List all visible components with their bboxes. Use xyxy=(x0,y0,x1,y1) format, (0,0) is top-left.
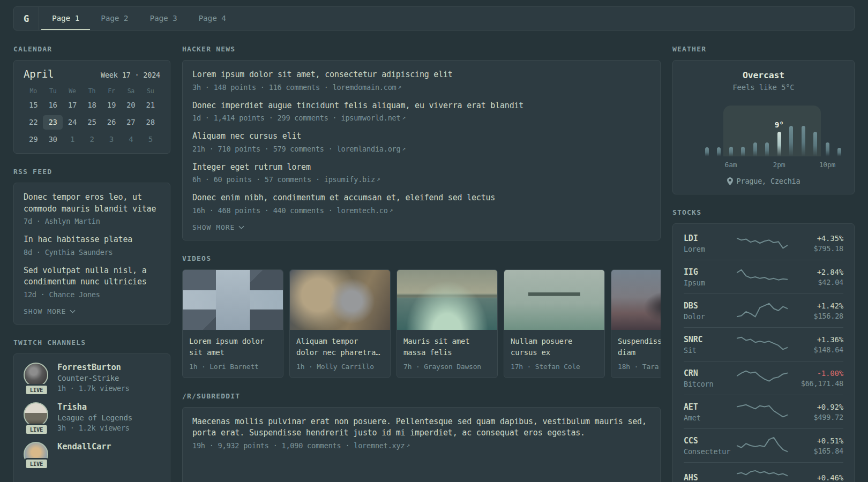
video-thumbnail[interactable] xyxy=(397,270,497,330)
hn-item-meta-text: 1d · 1,414 points · 299 comments · xyxy=(192,114,341,122)
hackernews-show-more-button[interactable]: SHOW MORE xyxy=(192,223,650,231)
weather-bar xyxy=(741,147,745,156)
left-column: CALENDAR April Week 17 · 2024 MoTuWeThFr… xyxy=(13,45,170,482)
video-thumbnail[interactable] xyxy=(290,270,390,330)
stock-row[interactable]: LDI Lorem +4.35% $795.18 xyxy=(684,227,843,260)
nav-tabs: Page 1 Page 2 Page 3 Page 4 xyxy=(39,7,237,30)
rss-section-title: RSS FEED xyxy=(13,168,170,176)
video-thumbnail[interactable] xyxy=(504,270,604,330)
hackernews-widget: HACKER NEWS Lorem ipsum dolor sit amet, … xyxy=(182,45,661,240)
twitch-channel-name[interactable]: KendallCarr xyxy=(57,442,111,451)
stock-identity: CRN Bitcorn xyxy=(684,368,737,388)
subreddit-section-title: /R/SUBREDDIT xyxy=(182,392,661,400)
twitch-avatar-wrap[interactable]: LIVE xyxy=(24,363,49,393)
video-body: Aliquam tempor dolor nec pharetra… 1h · … xyxy=(290,330,390,378)
hn-item-title[interactable]: Donec enim nibh, condimentum et accumsan… xyxy=(192,192,650,204)
video-meta: 17h · Stefan Cole xyxy=(511,363,598,371)
rss-show-more-button[interactable]: SHOW MORE xyxy=(24,307,160,315)
stock-row[interactable]: CCS Consectetur +0.51% $165.84 xyxy=(684,428,843,462)
rss-item-title[interactable]: Sed volutpat nulla nisl, a condimentum n… xyxy=(24,265,160,288)
stock-name: Dolor xyxy=(684,312,737,321)
video-title[interactable]: Aliquam tempor dolor nec pharetra… xyxy=(296,336,384,358)
stocks-card: LDI Lorem +4.35% $795.18 IIG Ipsum xyxy=(672,223,855,482)
video-card[interactable]: Mauris sit amet massa felis 7h · Grayson… xyxy=(396,269,498,378)
nav-tab[interactable]: Page 4 xyxy=(188,7,237,30)
hn-item-domain-link[interactable]: ipsumworld.net xyxy=(341,114,400,122)
stock-row[interactable]: AHS +0.46% xyxy=(684,462,843,482)
twitch-channel-row[interactable]: LIVE ForrestBurton Counter-Strike 1h · 1… xyxy=(24,363,160,393)
stock-row[interactable]: DBS Dolor +1.42% $156.28 xyxy=(684,293,843,327)
stock-row[interactable]: SNRC Sit +1.36% $148.64 xyxy=(684,327,843,361)
twitch-channel-game[interactable]: League of Legends xyxy=(57,413,132,422)
calendar-day: 16 xyxy=(43,98,62,112)
stock-ticker: SNRC xyxy=(684,335,737,344)
hn-item: Donec enim nibh, condimentum et accumsan… xyxy=(192,192,650,215)
video-title[interactable]: Suspendisse potenti diam xyxy=(618,336,661,358)
calendar-day: 30 xyxy=(43,132,62,147)
twitch-avatar-wrap[interactable]: LIVE xyxy=(24,442,49,466)
stock-row[interactable]: AET Amet +0.92% $499.72 xyxy=(684,395,843,428)
subreddit-item-domain-link[interactable]: loremnet.xyz xyxy=(354,441,405,450)
weather-widget: WEATHER Overcast Feels like 5°C xyxy=(672,45,855,194)
calendar-day: 1 xyxy=(63,132,82,147)
hn-item-title[interactable]: Aliquam nec cursus elit xyxy=(192,131,650,142)
video-card[interactable]: Nullam posuere cursus ex 17h · Stefan Co… xyxy=(504,269,605,378)
app-logo[interactable]: G xyxy=(14,7,39,30)
hn-item-domain-link[interactable]: ipsumify.biz xyxy=(324,175,375,184)
calendar-day: 23 xyxy=(43,115,62,130)
stock-ticker: LDI xyxy=(684,234,737,243)
twitch-channel-row[interactable]: LIVE KendallCarr xyxy=(24,442,160,466)
calendar-day: 26 xyxy=(102,115,121,130)
calendar-day: 28 xyxy=(141,115,160,130)
calendar-day: 15 xyxy=(24,98,43,112)
dashboard: CALENDAR April Week 17 · 2024 MoTuWeThFr… xyxy=(0,31,868,482)
location-pin-icon xyxy=(727,177,733,185)
calendar-dow-label: Tu xyxy=(43,85,62,98)
video-body: Mauris sit amet massa felis 7h · Grayson… xyxy=(397,330,497,378)
nav-tab[interactable]: Page 1 xyxy=(41,7,90,30)
twitch-channel-game[interactable]: Counter-Strike xyxy=(57,374,130,382)
video-meta: 18h · Tara xyxy=(618,363,661,371)
hn-item-title[interactable]: Lorem ipsum dolor sit amet, consectetur … xyxy=(192,69,650,81)
hn-item-title[interactable]: Donec imperdiet augue tincidunt felis al… xyxy=(192,100,650,112)
hn-item-meta: 3h · 148 points · 116 comments · loremdo… xyxy=(192,83,650,92)
twitch-channel-info: ForrestBurton Counter-Strike 1h · 1.7k v… xyxy=(57,363,130,393)
video-card[interactable]: Suspendisse potenti diam 18h · Tara xyxy=(611,269,661,378)
weather-card: Overcast Feels like 5°C xyxy=(672,60,855,194)
rss-item-title[interactable]: Donec tempor eros leo, ut commodo mauris… xyxy=(24,192,160,215)
external-link-icon: ↗ xyxy=(402,114,405,121)
twitch-section-title: TWITCH CHANNELS xyxy=(13,338,170,347)
twitch-channel-name[interactable]: ForrestBurton xyxy=(57,363,130,372)
twitch-channel-info: Trisha League of Legends 3h · 1.2k viewe… xyxy=(57,402,132,432)
twitch-channel-name[interactable]: Trisha xyxy=(57,402,132,412)
weather-hour-label: 6am xyxy=(725,161,737,169)
stock-row[interactable]: IIG Ipsum +2.84% $42.04 xyxy=(684,260,843,293)
rss-item-meta: 7d · Ashlyn Martin xyxy=(24,217,160,225)
video-title[interactable]: Lorem ipsum dolor sit amet consectetu… xyxy=(189,336,276,358)
subreddit-item-title[interactable]: Maecenas mollis pulvinar erat non posuer… xyxy=(192,416,650,439)
twitch-channel-row[interactable]: LIVE Trisha League of Legends 3h · 1.2k … xyxy=(24,402,160,432)
video-card[interactable]: Aliquam tempor dolor nec pharetra… 1h · … xyxy=(289,269,391,378)
video-title[interactable]: Nullam posuere cursus ex xyxy=(511,336,598,358)
live-badge: LIVE xyxy=(25,384,49,396)
middle-column: HACKER NEWS Lorem ipsum dolor sit amet, … xyxy=(182,45,661,482)
stock-change: +0.92% xyxy=(796,403,843,411)
twitch-avatar-wrap[interactable]: LIVE xyxy=(24,402,49,432)
hn-item-domain-link[interactable]: loremdomain.com xyxy=(333,83,396,92)
weather-bar xyxy=(729,147,733,156)
stock-sparkline xyxy=(737,436,788,455)
hn-item-title[interactable]: Integer eget rutrum lorem xyxy=(192,162,650,174)
rss-item-title[interactable]: In hac habitasse platea xyxy=(24,234,160,246)
hn-item-domain-link[interactable]: loremlandia.org xyxy=(337,145,401,153)
hn-item-domain-link[interactable]: loremtech.co xyxy=(337,206,388,215)
video-thumbnail[interactable] xyxy=(611,270,661,330)
stock-row[interactable]: CRN Bitcorn -1.00% $66,171.48 xyxy=(684,361,843,395)
video-card[interactable]: Lorem ipsum dolor sit amet consectetu… 1… xyxy=(182,269,283,378)
hn-item-meta: 16h · 468 points · 440 comments · loremt… xyxy=(192,206,650,215)
video-title[interactable]: Mauris sit amet massa felis xyxy=(403,336,491,358)
hn-item: Integer eget rutrum lorem 6h · 60 points… xyxy=(192,162,650,184)
nav-tab[interactable]: Page 3 xyxy=(139,7,188,30)
video-thumbnail[interactable] xyxy=(183,270,283,330)
calendar-header: April Week 17 · 2024 xyxy=(24,68,160,80)
nav-tab[interactable]: Page 2 xyxy=(90,7,139,30)
